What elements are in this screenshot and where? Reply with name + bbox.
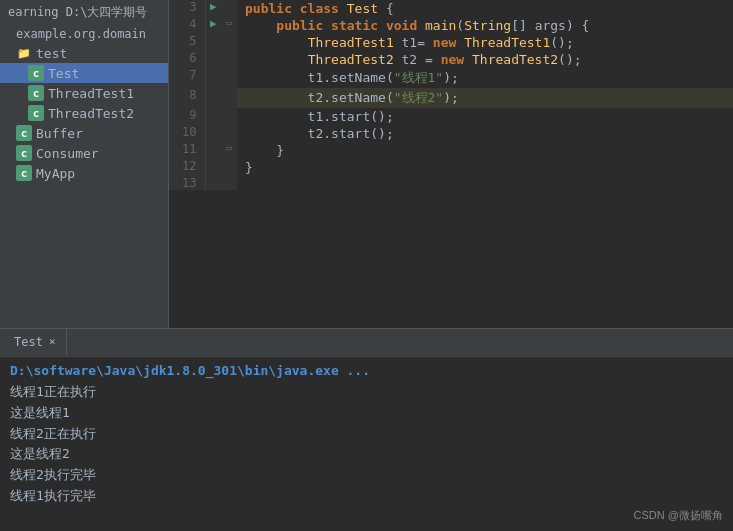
line-content: public class Test { [237,0,733,17]
code-editor[interactable]: 3 ▶ public class Test { 4 ▶ ▭ public sta… [169,0,733,328]
class-label: Consumer [36,146,99,161]
bottom-tab-bar: Test × [0,328,733,356]
tab-label: Test [14,335,43,349]
line-arrow [205,34,221,51]
console-line-5: 线程2执行完毕 [10,465,723,486]
sidebar-item-Test[interactable]: c Test [0,63,168,83]
line-number: 10 [169,125,205,142]
sidebar-header: earning D:\大四学期号 [0,0,168,25]
sidebar-domain: example.org.domain [0,25,168,43]
line-arrow: ▶ [205,0,221,17]
console-path: D:\software\Java\jdk1.8.0_301\bin\java.e… [10,363,723,378]
line-fold: ▭ [221,17,237,34]
line-arrow [205,88,221,108]
line-content: t1.start(); [237,108,733,125]
tab-close-button[interactable]: × [49,335,56,348]
class-label: MyApp [36,166,75,181]
line-number: 4 [169,17,205,34]
code-line-7: 7 t1.setName("线程1"); [169,68,733,88]
code-line-8: 8 t2.setName("线程2"); [169,88,733,108]
code-line-11: 11 ▭ } [169,142,733,159]
folder-icon: 📁 [16,45,32,61]
sidebar-item-Consumer[interactable]: c Consumer [0,143,168,163]
class-icon: c [28,85,44,101]
code-line-5: 5 ThreadTest1 t1= new ThreadTest1(); [169,34,733,51]
line-number: 13 [169,176,205,190]
line-arrow [205,176,221,190]
line-content: } [237,142,733,159]
code-line-9: 9 t1.start(); [169,108,733,125]
sidebar-item-test-folder[interactable]: 📁 test [0,43,168,63]
tab-test[interactable]: Test × [4,329,67,356]
line-content: } [237,159,733,176]
line-fold [221,34,237,51]
line-content: t2.setName("线程2"); [237,88,733,108]
code-line-12: 12 } [169,159,733,176]
class-icon: c [16,165,32,181]
code-line-10: 10 t2.start(); [169,125,733,142]
line-fold [221,159,237,176]
class-label: ThreadTest1 [48,86,134,101]
sidebar-item-Buffer[interactable]: c Buffer [0,123,168,143]
sidebar-item-ThreadTest1[interactable]: c ThreadTest1 [0,83,168,103]
class-label: Buffer [36,126,83,141]
class-icon: c [28,65,44,81]
console-line-3: 线程2正在执行 [10,424,723,445]
class-label: ThreadTest2 [48,106,134,121]
line-content: t1.setName("线程1"); [237,68,733,88]
line-fold [221,68,237,88]
sidebar-item-ThreadTest2[interactable]: c ThreadTest2 [0,103,168,123]
folder-label: test [36,46,67,61]
console-line-2: 这是线程1 [10,403,723,424]
line-fold [221,88,237,108]
console-line-6: 线程1执行完毕 [10,486,723,507]
line-content: ThreadTest2 t2 = new ThreadTest2(); [237,51,733,68]
line-arrow [205,142,221,159]
line-number: 8 [169,88,205,108]
sidebar-item-MyApp[interactable]: c MyApp [0,163,168,183]
line-number: 9 [169,108,205,125]
line-content [237,176,733,190]
line-arrow [205,51,221,68]
code-line-3: 3 ▶ public class Test { [169,0,733,17]
line-fold [221,51,237,68]
line-arrow [205,125,221,142]
line-content: public static void main(String[] args) { [237,17,733,34]
line-arrow [205,68,221,88]
watermark: CSDN @微扬嘴角 [634,508,723,523]
line-arrow [205,108,221,125]
code-line-13: 13 [169,176,733,190]
code-table: 3 ▶ public class Test { 4 ▶ ▭ public sta… [169,0,733,190]
console-wrapper: D:\software\Java\jdk1.8.0_301\bin\java.e… [0,356,733,531]
line-fold: ▭ [221,142,237,159]
line-fold [221,125,237,142]
code-line-4: 4 ▶ ▭ public static void main(String[] a… [169,17,733,34]
line-content: t2.start(); [237,125,733,142]
class-icon: c [16,145,32,161]
console-line-1: 线程1正在执行 [10,382,723,403]
line-number: 12 [169,159,205,176]
class-icon: c [28,105,44,121]
line-number: 11 [169,142,205,159]
console-area[interactable]: D:\software\Java\jdk1.8.0_301\bin\java.e… [0,356,733,531]
line-number: 3 [169,0,205,17]
line-fold [221,176,237,190]
line-number: 7 [169,68,205,88]
line-arrow [205,159,221,176]
class-icon: c [16,125,32,141]
code-line-6: 6 ThreadTest2 t2 = new ThreadTest2(); [169,51,733,68]
line-fold [221,108,237,125]
sidebar: earning D:\大四学期号 example.org.domain 📁 te… [0,0,169,328]
line-content: ThreadTest1 t1= new ThreadTest1(); [237,34,733,51]
line-arrow: ▶ [205,17,221,34]
domain-label: example.org.domain [16,27,146,41]
class-label: Test [48,66,79,81]
line-number: 5 [169,34,205,51]
line-fold [221,0,237,17]
line-number: 6 [169,51,205,68]
console-line-4: 这是线程2 [10,444,723,465]
